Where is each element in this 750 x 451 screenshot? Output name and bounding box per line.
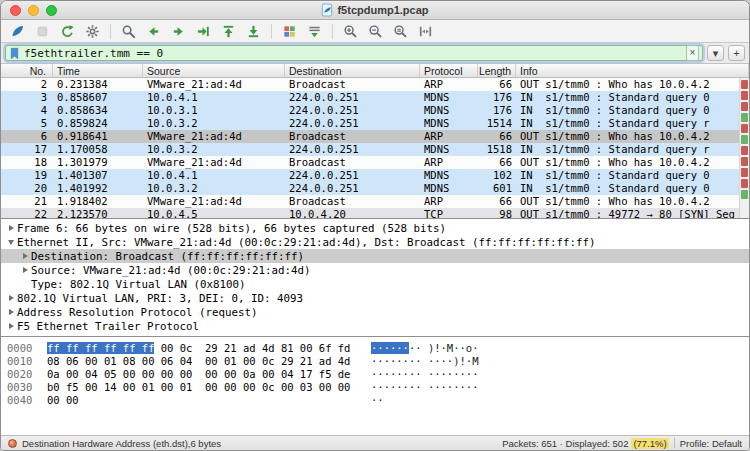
zoom-button[interactable]	[46, 5, 57, 16]
column-header-destination[interactable]: Destination	[285, 64, 420, 77]
column-header-length[interactable]: Length	[478, 64, 516, 77]
packet-row-2[interactable]: 20.231384VMware_21:ad:4dBroadcastARP66OU…	[1, 78, 749, 91]
bookmark-icon	[9, 47, 20, 60]
add-filter-button[interactable]: +	[728, 45, 745, 61]
arrow-to-bar-icon	[196, 24, 211, 39]
hex-row-0030[interactable]: 0030b0 f5 00 14 00 01 00 01 00 00 00 0c …	[7, 381, 749, 394]
scroll-mark	[741, 157, 748, 166]
scroll-mark	[741, 168, 748, 177]
zoom-reset-icon	[393, 24, 408, 39]
detail-ethernet[interactable]: Ethernet II, Src: VMware_21:ad:4d (00:0c…	[1, 235, 749, 249]
packet-bytes-pane: 0000ff ff ff ff ff ff 00 0c 29 21 ad 4d …	[1, 336, 749, 435]
go-back-button[interactable]	[142, 22, 165, 41]
resize-columns-button[interactable]	[414, 22, 437, 41]
selected-ascii: ······	[371, 342, 409, 354]
scroll-mark	[741, 124, 748, 133]
expand-arrow-icon[interactable]	[19, 267, 31, 273]
expert-info-icon[interactable]	[8, 439, 17, 448]
expand-arrow-icon[interactable]	[5, 309, 17, 315]
packet-row-4[interactable]: 40.85863410.0.3.1224.0.0.251MDNS176IN s1…	[1, 104, 749, 117]
close-button[interactable]	[10, 5, 21, 16]
minimize-button[interactable]	[28, 5, 39, 16]
packet-row-19[interactable]: 191.40130710.0.4.1224.0.0.251MDNS102IN s…	[1, 169, 749, 182]
detail-vlan[interactable]: 802.1Q Virtual LAN, PRI: 3, DEI: 0, ID: …	[1, 291, 749, 305]
detail-f5-trailer[interactable]: F5 Ethernet Trailer Protocol	[1, 319, 749, 333]
wireshark-window: f5tcpdump1.pcap × ▾ + No.	[0, 0, 750, 451]
expand-arrow-icon[interactable]	[5, 225, 17, 231]
column-header-protocol[interactable]: Protocol	[420, 64, 478, 77]
packet-row-6-selected[interactable]: 60.918641VMware_21:ad:4dBroadcastARP66OU…	[1, 130, 749, 143]
packet-list-pane: 20.231384VMware_21:ad:4dBroadcastARP66OU…	[1, 78, 749, 218]
start-capture-button[interactable]	[6, 22, 29, 41]
zoom-in-button[interactable]	[339, 22, 362, 41]
hex-row-0000[interactable]: 0000ff ff ff ff ff ff 00 0c 29 21 ad 4d …	[7, 342, 749, 355]
colorize-packets-button[interactable]	[278, 22, 301, 41]
detail-eth-destination-selected[interactable]: Destination: Broadcast (ff:ff:ff:ff:ff:f…	[1, 249, 749, 263]
auto-scroll-icon	[307, 24, 322, 39]
packet-list-scrollbar[interactable]	[739, 78, 749, 218]
zoom-in-icon	[343, 24, 358, 39]
hex-row-0020[interactable]: 00200a 00 04 05 00 00 00 00 00 00 0a 00 …	[7, 368, 749, 381]
packet-row-5[interactable]: 50.85982410.0.3.2224.0.0.251MDNS1514IN s…	[1, 117, 749, 130]
display-filter-input[interactable]	[24, 47, 682, 60]
scroll-mark	[741, 146, 748, 155]
packet-row-22[interactable]: 222.12357010.0.4.510.0.4.20TCP98OUT s1/t…	[1, 208, 749, 218]
packet-row-3[interactable]: 30.85860710.0.4.1224.0.0.251MDNS176IN s1…	[1, 91, 749, 104]
packet-row-20[interactable]: 201.40199210.0.3.2224.0.0.251MDNS601IN s…	[1, 182, 749, 195]
packet-row-18[interactable]: 181.301979VMware_21:ad:4dBroadcastARP66O…	[1, 156, 749, 169]
gear-icon	[85, 24, 100, 39]
restart-icon	[60, 24, 75, 39]
selected-field-status: Destination Hardware Address (eth.dst),6…	[22, 438, 221, 449]
detail-arp[interactable]: Address Resolution Protocol (request)	[1, 305, 749, 319]
detail-eth-source[interactable]: Source: VMware_21:ad:4d (00:0c:29:21:ad:…	[1, 263, 749, 277]
go-to-last-button[interactable]	[242, 22, 265, 41]
stop-icon	[35, 24, 50, 39]
profile-status[interactable]: Profile: Default	[680, 438, 742, 449]
expand-arrow-icon[interactable]	[19, 253, 31, 259]
scroll-mark	[741, 113, 748, 122]
detail-frame[interactable]: Frame 6: 66 bytes on wire (528 bits), 66…	[1, 221, 749, 235]
title-bar: f5tcpdump1.pcap	[1, 1, 749, 20]
hex-row-0010[interactable]: 001008 06 00 01 08 00 06 04 00 01 00 0c …	[7, 355, 749, 368]
hex-row-0040[interactable]: 004000 00··	[7, 394, 749, 407]
column-header-source[interactable]: Source	[143, 64, 285, 77]
scroll-mark	[741, 91, 748, 100]
go-to-packet-button[interactable]	[192, 22, 215, 41]
column-header-info[interactable]: Info	[516, 64, 749, 77]
scroll-mark	[741, 80, 748, 89]
toolbar-separator	[110, 24, 111, 39]
filter-bar: × ▾ +	[1, 43, 749, 64]
title-area: f5tcpdump1.pcap	[1, 1, 749, 19]
main-toolbar	[1, 20, 749, 43]
collapse-arrow-icon[interactable]	[5, 240, 17, 245]
find-packet-button[interactable]	[117, 22, 140, 41]
display-filter-field[interactable]: ×	[5, 45, 703, 61]
zoom-100-button[interactable]	[389, 22, 412, 41]
clear-filter-icon[interactable]: ×	[686, 45, 699, 61]
scroll-mark	[741, 179, 748, 188]
go-forward-button[interactable]	[167, 22, 190, 41]
scroll-mark	[741, 190, 748, 199]
capture-options-button[interactable]	[81, 22, 104, 41]
auto-scroll-button[interactable]	[303, 22, 326, 41]
window-title: f5tcpdump1.pcap	[337, 4, 428, 16]
expand-arrow-icon[interactable]	[5, 295, 17, 301]
toolbar-separator	[332, 24, 333, 39]
detail-eth-type[interactable]: Type: 802.1Q Virtual LAN (0x8100)	[1, 277, 749, 291]
status-bar: Destination Hardware Address (eth.dst),6…	[1, 435, 749, 450]
column-header-time[interactable]: Time	[53, 64, 143, 77]
restart-capture-button[interactable]	[56, 22, 79, 41]
column-header-no[interactable]: No.	[1, 64, 53, 77]
packet-row-17[interactable]: 171.17005810.0.3.2224.0.0.251MDNS1518IN …	[1, 143, 749, 156]
packet-row-21[interactable]: 211.918402VMware_21:ad:4dBroadcastARP66O…	[1, 195, 749, 208]
arrow-up-to-bar-icon	[221, 24, 236, 39]
zoom-out-button[interactable]	[364, 22, 387, 41]
filter-history-button[interactable]: ▾	[707, 45, 724, 61]
stop-capture-button[interactable]	[31, 22, 54, 41]
resize-columns-icon	[418, 24, 433, 39]
pcap-file-icon	[321, 3, 333, 17]
go-to-first-button[interactable]	[217, 22, 240, 41]
expand-arrow-icon[interactable]	[5, 323, 17, 329]
shark-fin-icon	[10, 24, 25, 39]
arrow-down-to-bar-icon	[246, 24, 261, 39]
